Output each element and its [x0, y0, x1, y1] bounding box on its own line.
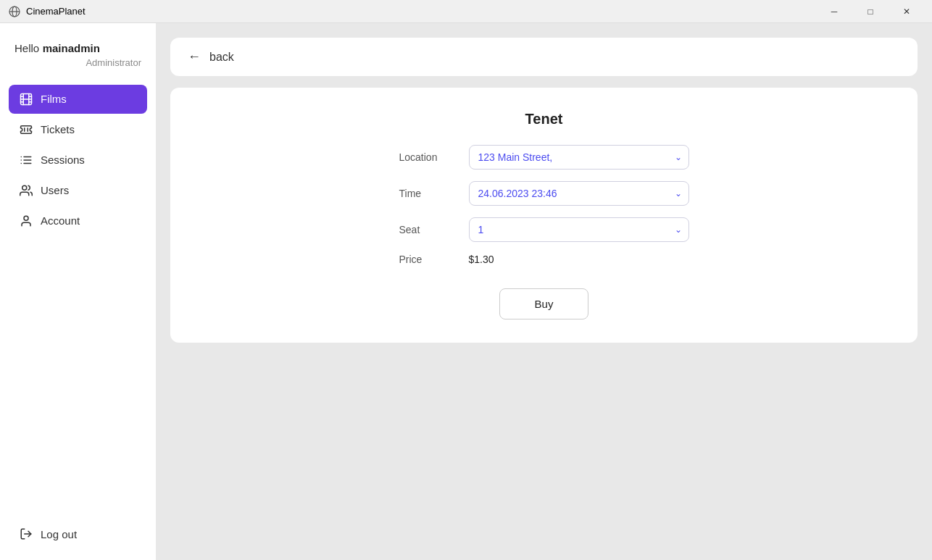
- seat-label: Seat: [399, 224, 457, 235]
- sessions-icon: [19, 153, 33, 167]
- time-label: Time: [399, 188, 457, 199]
- titlebar-left: CinemaPlanet: [9, 6, 86, 17]
- form-fields: Location 123 Main Street, ⌄ Time: [399, 145, 689, 265]
- sidebar-item-users-label: Users: [41, 184, 69, 196]
- back-button[interactable]: ← back: [170, 38, 918, 76]
- price-row: Price $1.30: [399, 254, 689, 265]
- sidebar-item-tickets-label: Tickets: [41, 123, 75, 135]
- logout-icon: [19, 527, 33, 541]
- logout-label: Log out: [41, 528, 77, 540]
- greeting-role: Administrator: [14, 57, 141, 70]
- close-button[interactable]: ✕: [890, 0, 923, 23]
- film-form: Tenet Location 123 Main Street, ⌄: [399, 111, 689, 319]
- location-row: Location 123 Main Street, ⌄: [399, 145, 689, 170]
- main-content: ← back Tenet Location 123 Main Street, ⌄: [156, 23, 932, 560]
- back-arrow-icon: ←: [188, 49, 201, 64]
- app-icon: [9, 6, 20, 17]
- price-label: Price: [399, 254, 457, 265]
- sidebar-item-account-label: Account: [41, 214, 80, 227]
- time-row: Time 24.06.2023 23:46 ⌄: [399, 181, 689, 206]
- film-title: Tenet: [525, 111, 563, 128]
- users-icon: [19, 183, 33, 198]
- sidebar-item-films[interactable]: Films: [9, 85, 147, 114]
- app-title: CinemaPlanet: [26, 6, 86, 17]
- svg-point-19: [22, 185, 27, 190]
- sidebar-footer: Log out: [0, 519, 156, 548]
- greeting-username: mainadmin: [43, 42, 100, 54]
- seat-select-wrapper: 1 ⌄: [469, 217, 689, 242]
- titlebar: CinemaPlanet ─ □ ✕: [0, 0, 932, 23]
- sidebar-greeting: Hello mainadmin Administrator: [0, 41, 156, 85]
- svg-point-20: [24, 216, 28, 220]
- sidebar: Hello mainadmin Administrator: [0, 23, 156, 560]
- sidebar-item-account[interactable]: Account: [9, 206, 147, 235]
- logout-button[interactable]: Log out: [9, 519, 147, 548]
- film-detail-card: Tenet Location 123 Main Street, ⌄: [170, 88, 918, 343]
- sidebar-item-tickets[interactable]: Tickets: [9, 115, 147, 144]
- location-select[interactable]: 123 Main Street,: [469, 145, 689, 170]
- sidebar-item-films-label: Films: [41, 93, 67, 105]
- sidebar-nav: Films Tickets: [0, 85, 156, 519]
- location-select-wrapper: 123 Main Street, ⌄: [469, 145, 689, 170]
- time-select[interactable]: 24.06.2023 23:46: [469, 181, 689, 206]
- sidebar-item-sessions[interactable]: Sessions: [9, 146, 147, 175]
- greeting-hello: Hello: [14, 42, 39, 54]
- films-icon: [19, 92, 33, 106]
- tickets-icon: [19, 122, 33, 137]
- time-select-wrapper: 24.06.2023 23:46 ⌄: [469, 181, 689, 206]
- maximize-button[interactable]: □: [854, 0, 887, 23]
- back-label: back: [209, 51, 234, 64]
- sidebar-item-sessions-label: Sessions: [41, 154, 85, 166]
- app-body: Hello mainadmin Administrator: [0, 23, 932, 560]
- seat-row: Seat 1 ⌄: [399, 217, 689, 242]
- titlebar-controls: ─ □ ✕: [817, 0, 923, 23]
- location-label: Location: [399, 151, 457, 163]
- seat-select[interactable]: 1: [469, 217, 689, 242]
- sidebar-item-users[interactable]: Users: [9, 176, 147, 205]
- minimize-button[interactable]: ─: [817, 0, 851, 23]
- account-icon: [19, 214, 33, 228]
- price-value: $1.30: [469, 254, 494, 265]
- buy-button[interactable]: Buy: [499, 288, 589, 319]
